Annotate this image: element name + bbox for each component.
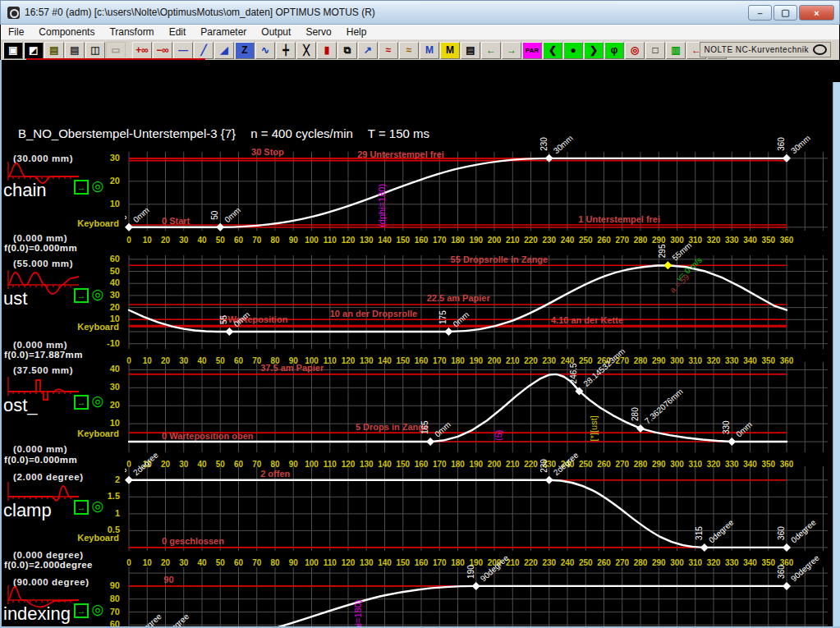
curve-marker[interactable] [444, 328, 452, 336]
title-bar[interactable]: 16:57 #0 (adm) [c:\users\Nolte\OptimusMo… [0, 0, 840, 25]
limit-line-label: 0 Warteposition oben [162, 431, 254, 441]
y-axis-tick: 70 [80, 607, 120, 617]
diagram-area: B_NO_Oberstempel-Unterstempel-3 {7} n = … [0, 60, 840, 628]
window-border-right[interactable] [833, 82, 840, 628]
y-axis-tick: 30 [80, 290, 120, 300]
menu-file[interactable]: File [1, 25, 31, 39]
insert-point-button[interactable]: ┿ [276, 42, 296, 59]
x-axis-tick-label: 230 [542, 236, 556, 245]
y-axis-tick: 30 [80, 153, 120, 163]
menu-servo[interactable]: Servo [298, 25, 338, 39]
menu-components[interactable]: Components [31, 25, 102, 39]
x-axis-tick-label: 160 [415, 558, 429, 567]
curve-marker[interactable] [783, 543, 791, 552]
display-frame-button[interactable]: ▣ [3, 42, 23, 59]
x-axis-tick-label: 290 [652, 558, 666, 567]
print-color-button[interactable]: ▤ [44, 42, 64, 59]
segment-edit-button[interactable]: ◢ [214, 42, 234, 59]
x-axis-tick-label: 320 [707, 558, 721, 567]
track-name-clamp[interactable]: clamp [3, 500, 52, 521]
profile-curves-button[interactable]: ≈ [399, 42, 419, 59]
remove-diagram-button[interactable]: −∞ [153, 42, 172, 59]
edit-function-button[interactable]: ↗ [358, 42, 378, 59]
app-icon [7, 7, 20, 19]
play-forward-button[interactable]: ❯ [584, 42, 604, 59]
track-name-ust[interactable]: ust [3, 288, 27, 309]
segment-const-button[interactable]: — [173, 42, 193, 59]
analysis-curves-button[interactable]: ≈ [379, 42, 398, 59]
menu-edit[interactable]: Edit [162, 25, 194, 39]
limit-line-label: 10 an der Dropsrolle [330, 309, 417, 319]
curve-marker[interactable] [700, 543, 709, 552]
parameters-button[interactable]: PAR [522, 42, 542, 59]
marker-x-label: 230 [539, 137, 549, 151]
curve-marker[interactable] [426, 438, 434, 446]
display-fit-button[interactable]: ◩ [24, 42, 44, 59]
curve-marker[interactable] [728, 438, 736, 446]
strip-diagram-button[interactable]: ▥ [666, 42, 686, 59]
copy-track-button[interactable]: ⧉ [337, 42, 357, 59]
curve-marker[interactable] [545, 476, 553, 484]
x-axis-tick-label: 230 [542, 558, 556, 567]
x-axis-tick-label: 190 [469, 236, 483, 245]
track-name-chain[interactable]: chain [3, 180, 47, 201]
x-axis-tick-label: 60 [234, 236, 244, 245]
x-axis-tick-label: 0 [126, 236, 131, 245]
y-axis-tick: 90 [80, 580, 120, 590]
curve-marker[interactable] [225, 328, 233, 336]
keyboard-entry-button[interactable]: M [440, 42, 460, 59]
marker-x-label: 190 [466, 565, 475, 579]
x-axis-tick-label: 300 [670, 558, 684, 567]
select-region-button[interactable]: □ [645, 42, 665, 59]
motion-check-button[interactable]: M [420, 42, 439, 59]
stop-button[interactable]: ● [563, 42, 583, 59]
track-name-indexing[interactable]: indexing [3, 603, 71, 625]
maximize-button[interactable]: ▢ [773, 5, 797, 21]
invert-segment-button[interactable]: Z [235, 42, 255, 59]
window-title: 16:57 #0 (adm) [c:\users\Nolte\OptimusMo… [25, 7, 375, 18]
y-axis-tick: 20 [80, 176, 120, 186]
x-axis-tick-label: 300 [670, 236, 684, 245]
curve-marker[interactable] [663, 261, 672, 269]
x-axis-tick-label: 280 [634, 558, 648, 567]
x-axis-tick-label: 150 [396, 558, 410, 567]
window-list-button[interactable]: ▤ [461, 42, 480, 59]
track-f0-value: f(0.0)=2.000degree [4, 560, 93, 570]
limit-line-label: 5 Drops in Zange [356, 422, 429, 432]
x-axis-tick-label: 330 [725, 558, 739, 567]
spline-curve-button[interactable]: ∿ [255, 42, 275, 59]
print-button[interactable]: ▤ [65, 42, 85, 59]
rotate-phi-button[interactable]: φ [604, 42, 624, 59]
x-axis-tick-label: 70 [252, 236, 262, 245]
curve-marker[interactable] [472, 582, 480, 590]
page-preview-button[interactable]: ◫ [85, 42, 105, 59]
minimize-button[interactable]: – [748, 5, 772, 21]
x-axis-tick-label: 270 [615, 558, 629, 567]
marker-x-label: 0 [125, 468, 128, 473]
menu-transform[interactable]: Transform [102, 25, 161, 39]
x-axis-tick-label: 10 [143, 236, 153, 245]
menu-parameter[interactable]: Parameter [193, 25, 254, 39]
delete-track-button[interactable]: ▮ [317, 42, 337, 59]
play-backward-button[interactable]: ❮ [543, 42, 562, 59]
segment-ramp-button[interactable]: ╱ [194, 42, 213, 59]
x-axis-tick-label: 20 [161, 558, 171, 567]
nav-forward-button[interactable]: → [502, 42, 521, 59]
y-axis-tick: 60 [80, 254, 120, 264]
cam-disc-button[interactable]: ◎ [625, 42, 645, 59]
y-axis-tick: 20 [80, 302, 120, 312]
track-name-ost[interactable]: ost_ [3, 395, 38, 416]
add-diagram-button[interactable]: +∞ [132, 42, 152, 59]
menu-help[interactable]: Help [339, 25, 374, 39]
nav-back-button[interactable]: ← [481, 42, 501, 59]
delete-point-button[interactable]: ╳ [296, 42, 316, 59]
curve-marker[interactable] [125, 476, 133, 484]
marker-x-label: 360 [777, 526, 786, 540]
cam-diagrams[interactable]: 30 Stop29 Unterstempel frei1 Unterstempe… [125, 119, 832, 628]
curve-marker[interactable] [636, 424, 645, 433]
menu-output[interactable]: Output [254, 25, 298, 39]
x-axis-tick-label: 260 [597, 558, 611, 567]
curve-marker[interactable] [783, 582, 791, 590]
close-button[interactable]: × [799, 5, 834, 21]
marker-value-label: 45degree [158, 612, 190, 628]
